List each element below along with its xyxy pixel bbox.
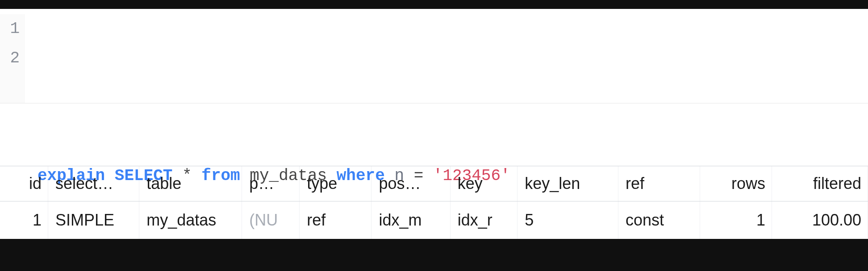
line-number: 1: [0, 14, 20, 44]
code-area[interactable]: explain SELECT * from my_datas where n =…: [25, 14, 868, 103]
keyword-from: from: [201, 167, 240, 185]
keyword-where: where: [337, 167, 385, 185]
letterbox-top: [0, 0, 868, 9]
token-star: *: [182, 167, 192, 185]
line-number: 2: [0, 44, 20, 73]
line-gutter: 1 2: [0, 14, 25, 103]
sql-editor[interactable]: 1 2 explain SELECT * from my_datas where…: [0, 9, 868, 103]
code-line: [38, 73, 868, 103]
